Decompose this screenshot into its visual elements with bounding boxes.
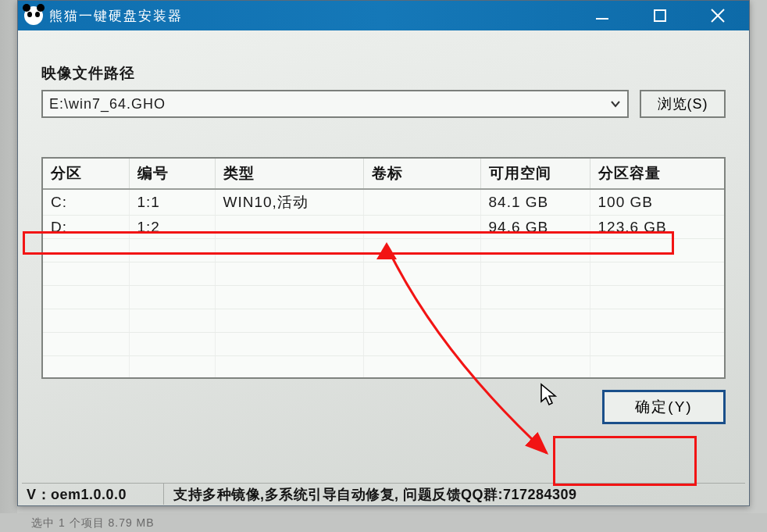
chevron-down-icon: [610, 98, 621, 109]
col-capacity[interactable]: 分区容量: [590, 159, 724, 189]
cell-capacity: 123.6 GB: [590, 216, 724, 239]
col-partition[interactable]: 分区: [43, 159, 129, 189]
image-path-value: E:\win7_64.GHO: [49, 96, 166, 112]
background-statusbar-fragment: 选中 1 个项目 8.79 MB: [0, 513, 767, 532]
col-free[interactable]: 可用空间: [480, 159, 590, 189]
svg-rect-1: [655, 10, 665, 21]
col-number[interactable]: 编号: [129, 159, 215, 189]
status-message: 支持多种镜像,多系统引导自动修复, 问题反馈QQ群:717284309: [164, 485, 744, 504]
background-explorer-fragment: [0, 0, 17, 532]
col-volume[interactable]: 卷标: [363, 159, 480, 189]
cell-number: 1:2: [129, 216, 215, 239]
cell-free: 94.6 GB: [480, 216, 590, 239]
installer-window: 熊猫一键硬盘安装器 映像文件路径 E:\win7_64.GHO 浏览(S): [17, 0, 750, 506]
statusbar: V：oem1.0.0.0 支持多种镜像,多系统引导自动修复, 问题反馈QQ群:7…: [22, 483, 745, 505]
status-version: V：oem1.0.0.0: [23, 484, 164, 505]
cell-partition: D:: [43, 216, 129, 239]
mouse-cursor-icon: [539, 383, 559, 406]
close-button[interactable]: [701, 4, 735, 27]
cell-free: 84.1 GB: [480, 189, 590, 216]
maximize-button[interactable]: [643, 4, 677, 27]
partition-grid[interactable]: 分区 编号 类型 卷标 可用空间 分区容量 C: 1:1 WIN10,活动 8: [41, 157, 726, 379]
cell-volume: [363, 216, 480, 239]
window-title: 熊猫一键硬盘安装器: [49, 7, 585, 25]
minimize-button[interactable]: [585, 4, 619, 27]
window-controls: [585, 4, 743, 27]
cell-number: 1:1: [129, 189, 215, 216]
panda-icon: [24, 6, 43, 25]
cell-volume: [363, 189, 480, 216]
image-path-dropdown[interactable]: E:\win7_64.GHO: [41, 90, 629, 118]
ok-button[interactable]: 确定(Y): [602, 390, 726, 424]
table-row[interactable]: C: 1:1 WIN10,活动 84.1 GB 100 GB: [43, 189, 724, 216]
cell-type: [215, 216, 363, 239]
window-body: 映像文件路径 E:\win7_64.GHO 浏览(S) 分区 编号 类型 卷标: [18, 30, 749, 505]
cell-capacity: 100 GB: [590, 189, 724, 216]
cell-type: WIN10,活动: [215, 189, 363, 216]
browse-button[interactable]: 浏览(S): [640, 90, 726, 118]
titlebar: 熊猫一键硬盘安装器: [18, 1, 749, 30]
cell-partition: C:: [43, 189, 129, 216]
col-type[interactable]: 类型: [215, 159, 363, 189]
table-row[interactable]: D: 1:2 94.6 GB 123.6 GB: [43, 216, 724, 239]
path-label: 映像文件路径: [41, 63, 726, 84]
